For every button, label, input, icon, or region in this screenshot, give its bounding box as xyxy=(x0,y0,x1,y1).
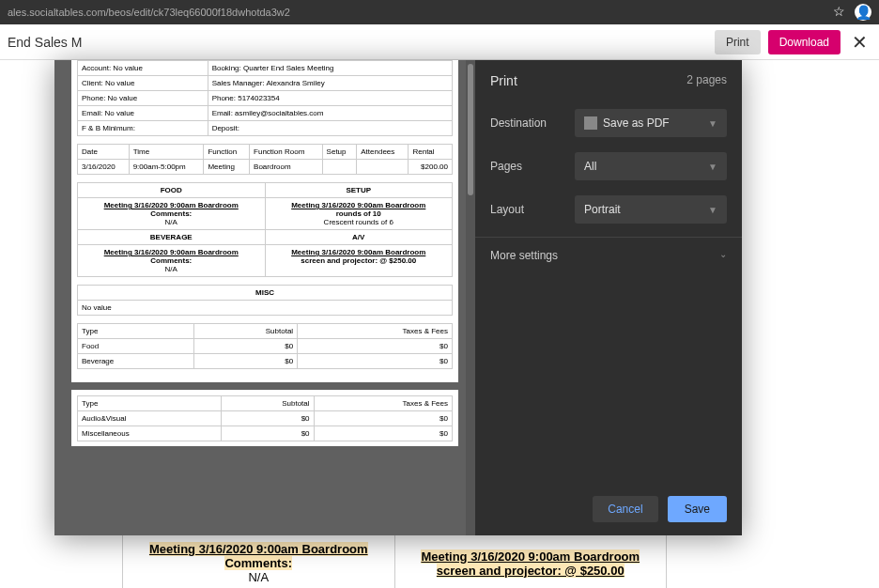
chevron-down-icon: ▼ xyxy=(708,118,717,129)
preview-scroll-thumb[interactable] xyxy=(468,64,473,195)
tot-r2-tax: $0 xyxy=(298,354,453,369)
info-deposit: Deposit: xyxy=(208,121,452,136)
under-bev-cell: Meeting 3/16/2020 9:00am Boardroom Comme… xyxy=(123,534,395,589)
detail-table: FOOD SETUP Meeting 3/16/2020 9:00am Boar… xyxy=(77,182,453,277)
schedule-table: Date Time Function Function Room Setup A… xyxy=(77,144,453,175)
chevron-down-icon: ⌄ xyxy=(719,249,727,262)
info-phone2: Phone: 5174023354 xyxy=(208,91,452,106)
destination-row: Destination Save as PDF ▼ xyxy=(475,101,742,145)
under-bev-link[interactable]: Meeting 3/16/2020 9:00am Boardroom xyxy=(149,542,368,556)
tot-h-type: Type xyxy=(78,324,194,339)
info-table: Account: No valueBooking: Quarter End Sa… xyxy=(77,60,453,136)
print-settings-header: Print 2 pages xyxy=(475,60,742,101)
close-icon[interactable]: ✕ xyxy=(848,31,871,54)
tot-h-tax: Taxes & Fees xyxy=(298,324,453,339)
print-settings-pane: Print 2 pages Destination Save as PDF ▼ … xyxy=(475,60,742,535)
tot2-h-sub: Subtotal xyxy=(222,396,314,411)
sched-rental: $200.00 xyxy=(409,160,453,175)
chevron-down-icon: ▼ xyxy=(708,205,717,215)
download-button[interactable]: Download xyxy=(768,30,840,54)
print-preview-pane: Account: No valueBooking: Quarter End Sa… xyxy=(54,60,475,535)
detail-rounds10: rounds of 10 xyxy=(336,209,381,218)
tot2-h-type: Type xyxy=(78,396,222,411)
detail-av-link[interactable]: Meeting 3/16/2020 9:00am Boardroom xyxy=(291,248,425,256)
tot-r3-sub: $0 xyxy=(222,411,314,426)
detail-screen: screen and projector: @ $250.00 xyxy=(301,256,416,265)
bookmark-star-icon[interactable]: ☆ xyxy=(833,4,845,21)
misc-table: MISC No value xyxy=(77,285,453,316)
print-page-count: 2 pages xyxy=(686,73,727,88)
detail-bev-h: BEVERAGE xyxy=(78,230,266,245)
more-settings-label: More settings xyxy=(490,249,558,262)
tot-r2-sub: $0 xyxy=(194,354,298,369)
tot-r1-sub: $0 xyxy=(194,339,298,354)
cancel-button[interactable]: Cancel xyxy=(593,496,657,522)
detail-bev-comments: Comments: xyxy=(150,256,192,265)
detail-misc-val: No value xyxy=(78,301,453,316)
detail-av-cell: Meeting 3/16/2020 9:00am Boardroom scree… xyxy=(265,245,453,277)
preview-page-2: Type Subtotal Taxes & Fees Audio&Visual$… xyxy=(71,390,458,446)
tot-r1: Food xyxy=(78,339,194,354)
tot-r2: Beverage xyxy=(78,354,194,369)
detail-bev-cell: Meeting 3/16/2020 9:00am Boardroom Comme… xyxy=(78,245,266,277)
tot2-h-tax: Taxes & Fees xyxy=(314,396,452,411)
detail-food-na: N/A xyxy=(165,218,177,226)
sched-setup xyxy=(322,160,357,175)
pages-select[interactable]: All ▼ xyxy=(575,152,727,180)
detail-misc-h: MISC xyxy=(78,286,453,301)
detail-crescent: Crescent rounds of 6 xyxy=(324,218,393,226)
under-comments-label: Comments: xyxy=(224,556,292,570)
sched-date: 3/16/2020 xyxy=(78,160,130,175)
sched-h-time: Time xyxy=(129,145,204,160)
layout-label: Layout xyxy=(490,203,575,216)
header-actions: Print Download ✕ xyxy=(715,30,871,54)
info-account: Account: No value xyxy=(78,61,208,76)
save-button[interactable]: Save xyxy=(668,496,727,522)
browser-address-bar: ales.socialtables.com/beos/edit/ck73leq6… xyxy=(0,0,879,24)
tot-r3-tax: $0 xyxy=(314,411,452,426)
destination-select[interactable]: Save as PDF ▼ xyxy=(575,109,727,137)
info-booking: Booking: Quarter End Sales Meeting xyxy=(208,61,452,76)
pdf-icon xyxy=(584,116,597,130)
under-av-link[interactable]: Meeting 3/16/2020 9:00am Boardroom xyxy=(421,549,640,564)
page-title: End Sales M xyxy=(8,35,82,50)
preview-scrollbar[interactable] xyxy=(466,60,475,535)
under-av-cell: Meeting 3/16/2020 9:00am Boardroom scree… xyxy=(394,534,667,589)
sched-h-func: Function xyxy=(204,145,250,160)
totals-table-2: Type Subtotal Taxes & Fees Audio&Visual$… xyxy=(77,395,453,441)
under-screen: screen and projector: @ $250.00 xyxy=(437,564,625,578)
destination-value: Save as PDF xyxy=(603,116,670,130)
url-text: ales.socialtables.com/beos/edit/ck73leq6… xyxy=(8,7,833,18)
tot-r4-tax: $0 xyxy=(314,426,452,441)
profile-icon[interactable]: 👤 xyxy=(855,4,871,21)
preview-page-1: Account: No valueBooking: Quarter End Sa… xyxy=(71,60,458,382)
detail-food-comments: Comments: xyxy=(150,209,192,218)
sched-h-rental: Rental xyxy=(409,145,453,160)
tot-h-sub: Subtotal xyxy=(194,324,298,339)
main-area: N/A Crescent rounds of 6 BEVERAGE A/V Me… xyxy=(0,60,879,588)
tot-r4: Miscellaneous xyxy=(78,426,222,441)
detail-setup-link[interactable]: Meeting 3/16/2020 9:00am Boardroom xyxy=(291,201,425,209)
tot-r4-sub: $0 xyxy=(222,426,314,441)
detail-food-link[interactable]: Meeting 3/16/2020 9:00am Boardroom xyxy=(104,201,239,209)
totals-table-1: Type Subtotal Taxes & Fees Food$0$0 Beve… xyxy=(77,323,453,369)
pages-label: Pages xyxy=(490,160,575,173)
detail-setup-h: SETUP xyxy=(265,183,453,198)
more-settings-toggle[interactable]: More settings ⌄ xyxy=(475,237,742,273)
sched-h-att: Attendees xyxy=(357,145,409,160)
info-phone: Phone: No value xyxy=(78,91,208,106)
info-fb: F & B Minimum: xyxy=(78,121,208,136)
sched-room: Boardroom xyxy=(250,160,323,175)
detail-bev-link[interactable]: Meeting 3/16/2020 9:00am Boardroom xyxy=(104,248,239,256)
print-button[interactable]: Print xyxy=(715,30,761,54)
page-header: End Sales M Print Download ✕ xyxy=(0,24,879,60)
detail-food-cell: Meeting 3/16/2020 9:00am Boardroom Comme… xyxy=(78,198,266,230)
print-title: Print xyxy=(490,73,517,88)
detail-bev-na: N/A xyxy=(165,265,177,273)
layout-select[interactable]: Portrait ▼ xyxy=(575,195,727,224)
sched-func: Meeting xyxy=(204,160,250,175)
print-dialog: Account: No valueBooking: Quarter End Sa… xyxy=(54,60,742,535)
detail-food-h: FOOD xyxy=(78,183,266,198)
sched-h-date: Date xyxy=(78,145,130,160)
info-client: Client: No value xyxy=(78,76,208,91)
